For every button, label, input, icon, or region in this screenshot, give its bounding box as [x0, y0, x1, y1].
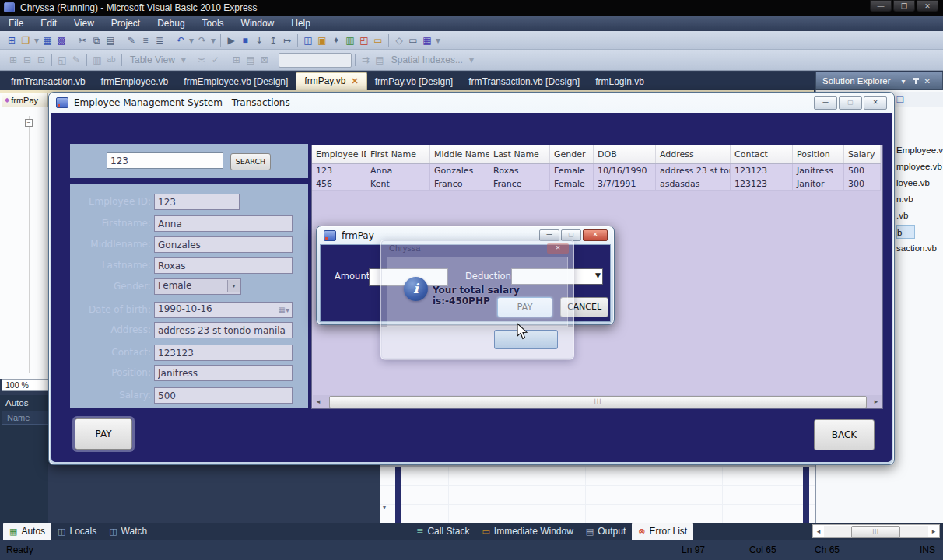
menu-edit[interactable]: Edit [32, 16, 65, 31]
results-pane-icon[interactable]: ▥ [90, 52, 104, 68]
step-over-icon[interactable]: ↥ [266, 33, 280, 48]
grid-horizontal-scrollbar[interactable]: ◂ ||| ▸ [313, 395, 882, 408]
gender-combo[interactable]: Female ▾ [154, 278, 241, 295]
app-close-button[interactable]: ✕ [864, 96, 887, 110]
scroll-right-icon[interactable]: ▸ [928, 527, 939, 535]
copy-icon[interactable]: ⧉ [89, 33, 103, 48]
se-tree-item[interactable]: .vb [896, 208, 941, 222]
toolbar-overflow-icon[interactable]: ▾ [434, 33, 442, 48]
save-icon[interactable]: ▦ [40, 33, 54, 48]
deduction-dropdown-icon[interactable]: ▼ [595, 271, 601, 279]
properties-tool-icon[interactable]: ❏ [893, 92, 907, 107]
se-dropdown-icon[interactable]: ▾ [902, 77, 906, 86]
start-debugging-icon[interactable]: ▶ [224, 33, 238, 48]
tab-frmtransaction-vb[interactable]: frmTransaction.vb [3, 74, 93, 90]
tab-error-list[interactable]: ⊗ Error List [632, 523, 693, 540]
employee-id-field[interactable] [154, 194, 240, 210]
error-list-icon[interactable]: ◰ [357, 33, 371, 48]
tab-call-stack[interactable]: ≣ Call Stack [410, 523, 475, 539]
grid-header-cell[interactable]: DOB [594, 145, 656, 163]
editor-frmpay-tab[interactable]: ◆ frmPay [2, 93, 48, 107]
position-field[interactable] [154, 365, 293, 381]
scrollbar-thumb[interactable]: ||| [851, 526, 901, 538]
menu-tools[interactable]: Tools [194, 16, 233, 31]
add-table-icon[interactable]: ⊞ [230, 52, 244, 68]
grid-row[interactable]: 456 Kent Franco France Female 3/7/1991 a… [312, 177, 881, 191]
tab-close-icon[interactable]: ✕ [351, 76, 358, 86]
tab-frmpay-vb-design[interactable]: frmPay.vb [Design] [367, 74, 461, 90]
code-collapse-icon[interactable]: − [25, 119, 33, 127]
tab-frmtransaction-vb-design[interactable]: frmTransaction.vb [Design] [461, 74, 587, 90]
app-window-titlebar[interactable]: Employee Management System - Transaction… [49, 93, 894, 113]
diagram-pane-icon[interactable]: ⊡ [34, 52, 48, 68]
tab-frmemployee-vb[interactable]: frmEmployee.vb [93, 74, 177, 90]
cut-icon[interactable]: ✂ [75, 33, 89, 48]
pay-button[interactable]: PAY [75, 418, 132, 450]
redo-icon[interactable]: ↷ [195, 33, 209, 48]
grid-header-cell[interactable]: Last Name [489, 145, 550, 163]
manage-keys-icon[interactable]: ▤ [373, 52, 387, 68]
message-box-close-icon[interactable]: ✕ [547, 243, 569, 254]
tab-frmlogin-vb[interactable]: frmLogin.vb [587, 74, 652, 90]
grid-scrollbar-thumb[interactable]: ||| [329, 396, 867, 408]
grid-header-cell[interactable]: Salary [844, 145, 881, 163]
data-sources-icon[interactable]: ▥ [343, 33, 357, 48]
add-query-icon[interactable]: ⊞ [6, 52, 20, 68]
firstname-field[interactable] [154, 215, 293, 232]
tab-locals[interactable]: ◫ Locals [51, 523, 103, 539]
search-button[interactable]: SEARCH [230, 153, 271, 170]
grid-header-cell[interactable]: Contact [731, 145, 793, 163]
grid-row[interactable]: 123 Anna Gonzales Roxas Female 10/16/199… [312, 164, 881, 177]
sql-pane-icon[interactable]: ✎ [69, 52, 83, 68]
salary-field[interactable] [154, 387, 293, 404]
se-tree-item[interactable]: loyee.vb [896, 176, 941, 190]
app-maximize-button[interactable]: ▢ [839, 96, 862, 110]
menu-project[interactable]: Project [103, 16, 149, 31]
manage-relationships-icon[interactable]: ⊠ [258, 52, 272, 68]
menu-view[interactable]: View [65, 16, 103, 31]
add-item-dropdown-icon[interactable]: ▾ [33, 33, 40, 48]
new-item-icon[interactable]: ⊞ [5, 33, 19, 48]
grid-header-cell[interactable]: Employee ID [312, 145, 366, 163]
paste-icon[interactable]: ▤ [103, 33, 117, 48]
tab-immediate-window[interactable]: ▭ Immediate Window [475, 523, 579, 539]
gender-dropdown-icon[interactable]: ▾ [227, 280, 240, 292]
scroll-left-icon[interactable]: ◂ [813, 527, 824, 535]
spatial-indexes-label[interactable]: Spatial Indexes... [387, 54, 468, 65]
output-window-icon[interactable]: ▭ [406, 33, 420, 48]
designer-dropdown-icon[interactable]: ▾ [383, 504, 386, 511]
close-button[interactable]: ✕ [917, 0, 938, 12]
grid-header-cell[interactable]: Address [656, 145, 731, 163]
restore-button[interactable]: ❐ [893, 0, 915, 12]
se-tree-item[interactable]: Employee.v [896, 143, 941, 157]
tab-autos[interactable]: ▦ Autos [3, 523, 51, 540]
table-view-dropdown-icon[interactable]: ▾ [180, 52, 188, 68]
redo-dropdown-icon[interactable]: ▾ [209, 33, 217, 48]
tab-frmemployee-vb-design[interactable]: frmEmployee.vb [Design] [176, 74, 296, 90]
solution-explorer-header[interactable]: Solution Explorer ▾ ✕ [815, 72, 943, 90]
immediate-window-icon[interactable]: ▭ [371, 33, 385, 48]
app-minimize-button[interactable]: — [814, 96, 837, 110]
break-all-icon[interactable]: ■ [238, 33, 252, 48]
se-tree-item[interactable]: saction.vb [896, 241, 941, 255]
rename-icon[interactable]: ab [104, 52, 118, 68]
add-group-by-icon[interactable]: ▤ [244, 52, 258, 68]
lastname-field[interactable] [154, 257, 293, 274]
comment-icon[interactable]: ≡ [138, 33, 152, 48]
se-pin-icon[interactable] [915, 78, 917, 84]
frmpay-close-button[interactable]: ✕ [583, 229, 608, 241]
grid-scrollbar-track[interactable]: ||| [324, 396, 871, 407]
table-view-label[interactable]: Table View [125, 54, 180, 65]
tab-watch[interactable]: ◫ Watch [103, 523, 153, 539]
execute-sql-icon[interactable]: ≍ [195, 52, 209, 68]
address-field[interactable] [154, 322, 293, 338]
dob-picker[interactable]: 1990-10-16 ▦▾ [154, 302, 293, 318]
scrollbar-track[interactable]: ||| [824, 526, 928, 537]
manage-indexes-icon[interactable]: ⇉ [359, 52, 373, 68]
grid-header-cell[interactable]: Gender [550, 145, 594, 163]
horizontal-scrollbar[interactable]: ◂ ||| ▸ [812, 524, 940, 538]
se-tree-item[interactable]: mployee.vb [896, 159, 941, 173]
contact-field[interactable] [154, 345, 293, 361]
save-all-icon[interactable]: ▩ [54, 33, 68, 48]
undo-dropdown-icon[interactable]: ▾ [188, 33, 195, 48]
